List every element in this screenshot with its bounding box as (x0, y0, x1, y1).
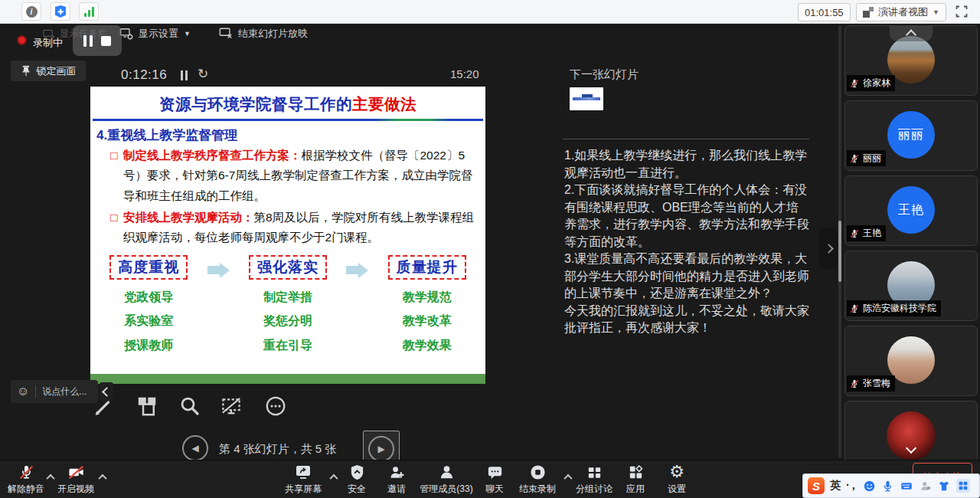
muted-mic-icon (849, 378, 860, 389)
note-paragraph: 1.如果线上教学继续进行，那么我们线上教学观摩活动也一直进行。 (564, 147, 810, 182)
flow-item: 授课教师 (90, 334, 207, 357)
stop-record-icon (529, 464, 547, 481)
slide-bullet-1: □ 制定线上教学秩序督查工作方案：根据学校文件（督导〔2022〕5号）要求，针对… (110, 146, 478, 206)
participant-tile[interactable]: 张雪梅 (844, 326, 978, 396)
ime-punctuation-toggle[interactable]: ·， (846, 479, 858, 493)
note-paragraph: 3.课堂质量高不高还要看最后的教学效果，大部分学生大部分时间他的精力是否进入到老… (564, 251, 810, 303)
ime-voice-icon[interactable] (881, 480, 894, 493)
fullscreen-button[interactable] (954, 4, 969, 19)
bullet-marker: □ (110, 208, 123, 248)
slide-title-red: 主要做法 (352, 95, 416, 113)
breakout-rooms-button[interactable]: 分组讨论 (571, 463, 617, 496)
current-time: 15:20 (450, 67, 479, 80)
security-shield-button[interactable]: ✚ (51, 2, 70, 21)
view-mode-dropdown[interactable]: 演讲者视图 ▼ (856, 3, 946, 21)
flow-item: 系实验室 (90, 310, 207, 333)
flow-arrow-icon (346, 263, 368, 278)
flow-item: 教学改革 (368, 310, 485, 333)
sogou-logo-icon[interactable]: S (808, 477, 825, 494)
end-recording-button[interactable]: 结束录制 (514, 463, 560, 496)
slide-title-blue: 资源与环境学院督导工作的 (159, 95, 352, 113)
participant-name: 张雪梅 (863, 377, 890, 390)
participant-tile[interactable]: 王艳 王艳 (844, 175, 978, 246)
sidebar-collapse-button[interactable] (819, 228, 838, 269)
zoom-tool-button[interactable] (176, 392, 204, 420)
gear-icon: ⚙ (669, 464, 684, 480)
apps-button[interactable]: 应用 (619, 463, 652, 496)
avatar: 丽丽 (887, 111, 935, 159)
end-slideshow-button[interactable]: 结束幻灯片放映 (219, 27, 308, 41)
participant-tile[interactable]: 丽丽 丽丽 (844, 100, 978, 171)
timer-reset-button[interactable]: ↻ (198, 66, 208, 82)
previous-slide-button[interactable]: ◀ (182, 435, 208, 461)
flow-item: 奖惩分明 (230, 310, 347, 333)
camera-muted-icon (67, 464, 85, 481)
ime-menu-icon[interactable] (956, 479, 970, 493)
security-button[interactable]: 安全 (340, 463, 374, 496)
ime-account-icon[interactable] (919, 480, 932, 493)
recording-status: 录制中 (33, 36, 63, 50)
next-slide-button[interactable]: ▶ (368, 436, 394, 462)
slide-bullet-2: □ 安排线上教学观摩活动：第8周及以后，学院对所有线上教学课程组织观摩活动，每位… (110, 208, 478, 248)
video-options-chevron[interactable] (100, 470, 106, 483)
muted-mic-icon (849, 228, 860, 239)
network-quality-button[interactable] (79, 2, 99, 21)
unmute-button[interactable]: 解除静音 (6, 463, 46, 496)
pause-recording-button[interactable] (83, 35, 93, 47)
apps-icon (627, 464, 645, 481)
black-screen-button[interactable] (217, 392, 245, 420)
ime-toolbar: S 英 ·， (802, 473, 980, 498)
flow-item: 制定举措 (230, 286, 347, 309)
presentation-timer: 0:12:16 (121, 67, 167, 83)
settings-button[interactable]: ⚙ 设置 (660, 463, 694, 496)
display-settings-button[interactable]: 显示设置 ▼ (119, 27, 191, 41)
participant-tile[interactable]: 徐家林 (844, 25, 978, 96)
lock-view-button[interactable]: 锁定画面 (11, 61, 86, 81)
end-slideshow-label: 结束幻灯片放映 (238, 27, 308, 41)
scroll-up-button[interactable] (890, 26, 933, 41)
chat-button[interactable]: 聊天 (478, 463, 511, 496)
stop-recording-button[interactable] (101, 36, 111, 46)
end-slideshow-icon (219, 27, 233, 41)
participant-name-badge: 徐家林 (847, 75, 895, 91)
mic-muted-icon (18, 464, 35, 481)
audio-options-chevron[interactable] (47, 470, 54, 483)
layout-icon (863, 7, 874, 18)
meeting-duration: 01:01:55 (798, 3, 851, 21)
share-options-chevron[interactable] (331, 470, 337, 483)
flow-item: 教学规范 (368, 286, 485, 309)
divider (35, 385, 36, 398)
chat-quick-input[interactable]: ☺ 说点什么... (11, 380, 98, 403)
next-slide-thumbnail[interactable] (570, 87, 603, 110)
recording-options-chevron[interactable] (565, 470, 571, 483)
chat-collapse-button[interactable] (100, 382, 113, 401)
shield-plus-icon: ✚ (55, 5, 66, 18)
participant-name-badge: 王艳 (847, 225, 886, 241)
title-divider (93, 119, 483, 121)
slide-position-label: 第 4 张幻灯片，共 5 张 (219, 442, 336, 457)
share-screen-button[interactable]: 共享屏幕 (280, 463, 326, 496)
ime-emoji-icon[interactable] (863, 480, 876, 493)
timer-pause-button[interactable] (181, 70, 188, 80)
invite-button[interactable]: 邀请 (380, 463, 413, 496)
meeting-info-button[interactable]: i (21, 2, 41, 21)
ime-skin-icon[interactable] (937, 480, 951, 493)
flow-item: 重在引导 (230, 334, 347, 357)
speaker-notes: 1.如果线上教学继续进行，那么我们线上教学观摩活动也一直进行。 2.下面谈谈就搞… (564, 147, 810, 337)
ime-language-toggle[interactable]: 英 (830, 479, 841, 493)
participant-tile[interactable]: 陈浩安徽科技学院 (844, 251, 978, 321)
ime-keyboard-icon[interactable] (900, 480, 913, 493)
manage-members-button[interactable]: 管理成员(33) (416, 463, 476, 496)
notes-divider (563, 139, 809, 139)
participant-name: 徐家林 (863, 77, 890, 90)
participants-scrollbar-thumb[interactable] (838, 221, 841, 282)
emoji-icon[interactable]: ☺ (17, 385, 29, 398)
start-video-button[interactable]: 开启视频 (55, 463, 96, 496)
recording-controls (73, 25, 122, 56)
scroll-down-button[interactable] (907, 441, 915, 455)
avatar: 王艳 (887, 186, 935, 234)
more-options-button[interactable] (262, 392, 289, 420)
slide-sorter-button[interactable] (133, 392, 161, 420)
window-titlebar: i ✚ 01:01:55 演讲者视图 ▼ (0, 0, 980, 24)
slide-footer-bar (90, 374, 485, 384)
